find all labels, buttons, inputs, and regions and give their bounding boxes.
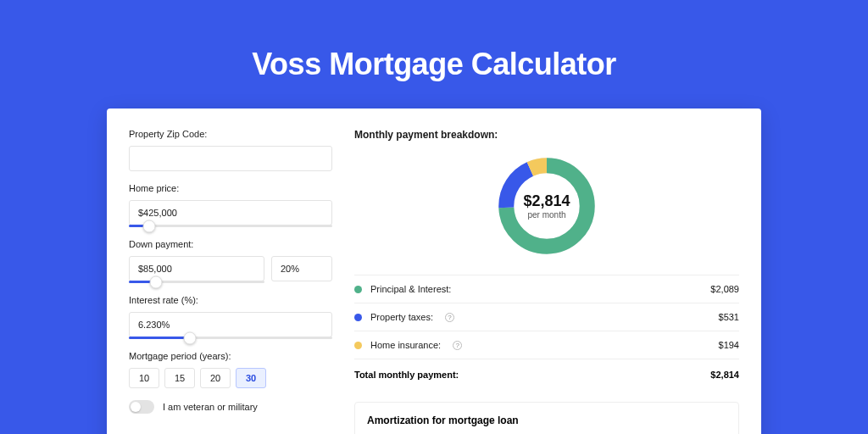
amortization-title: Amortization for mortgage loan (367, 415, 726, 426)
zip-group: Property Zip Code: (129, 129, 332, 171)
veteran-row: I am veteran or military (129, 400, 332, 414)
slider-thumb[interactable] (184, 331, 197, 344)
legend-label: Principal & Interest: (370, 284, 451, 294)
slider-thumb[interactable] (143, 220, 156, 232)
veteran-toggle[interactable] (129, 400, 154, 414)
legend-row: Principal & Interest:$2,089 (354, 275, 739, 303)
donut-amount: $2,814 (523, 192, 570, 210)
interest-group: Interest rate (%): (129, 295, 332, 339)
down-payment-slider[interactable] (129, 281, 264, 283)
home-price-group: Home price: (129, 183, 332, 227)
period-options: 10152030 (129, 368, 332, 388)
total-value: $2,814 (710, 370, 739, 380)
interest-input[interactable] (129, 312, 332, 337)
info-icon[interactable]: ? (453, 341, 462, 350)
legend-row: Home insurance:?$194 (354, 331, 739, 359)
legend-value: $2,089 (710, 284, 739, 294)
breakdown-column: Monthly payment breakdown: $2,814 per mo… (354, 129, 739, 434)
period-group: Mortgage period (years): 10152030 (129, 351, 332, 388)
amortization-card: Amortization for mortgage loan Amortizat… (354, 402, 739, 434)
home-price-slider[interactable] (129, 225, 332, 227)
legend-label: Property taxes: (370, 312, 433, 322)
down-payment-input[interactable] (129, 256, 264, 281)
period-option-10[interactable]: 10 (129, 368, 159, 388)
breakdown-title: Monthly payment breakdown: (354, 129, 739, 141)
donut-chart: $2,814 per month (493, 153, 600, 259)
legend-dot (354, 342, 362, 349)
legend-label: Home insurance: (370, 340, 441, 350)
down-payment-label: Down payment: (129, 239, 332, 249)
period-option-20[interactable]: 20 (200, 368, 231, 388)
down-payment-percent-input[interactable] (271, 256, 332, 281)
interest-label: Interest rate (%): (129, 295, 332, 305)
period-label: Mortgage period (years): (129, 351, 332, 361)
form-column: Property Zip Code: Home price: Down paym… (129, 129, 332, 434)
legend-value: $194 (719, 340, 739, 350)
legend-value: $531 (719, 312, 739, 322)
zip-label: Property Zip Code: (129, 129, 332, 139)
home-price-input[interactable] (129, 200, 332, 225)
home-price-label: Home price: (129, 183, 332, 193)
toggle-knob (131, 402, 141, 412)
period-option-30[interactable]: 30 (236, 368, 266, 388)
slider-thumb[interactable] (150, 275, 163, 288)
info-icon[interactable]: ? (445, 313, 454, 322)
donut-chart-wrap: $2,814 per month (354, 153, 739, 259)
period-option-15[interactable]: 15 (164, 368, 195, 388)
veteran-label: I am veteran or military (163, 402, 258, 412)
legend-dot (354, 314, 362, 321)
legend-dot (354, 286, 362, 293)
legend: Principal & Interest:$2,089Property taxe… (354, 275, 739, 359)
total-row: Total monthly payment: $2,814 (354, 359, 739, 390)
calculator-panel: Property Zip Code: Home price: Down paym… (107, 108, 761, 434)
interest-slider[interactable] (129, 337, 332, 339)
donut-sub: per month (527, 210, 565, 220)
total-label: Total monthly payment: (354, 370, 459, 380)
down-payment-group: Down payment: (129, 239, 332, 283)
page-title: Voss Mortgage Calculator (0, 0, 868, 82)
legend-row: Property taxes:?$531 (354, 303, 739, 331)
zip-input[interactable] (129, 146, 332, 171)
